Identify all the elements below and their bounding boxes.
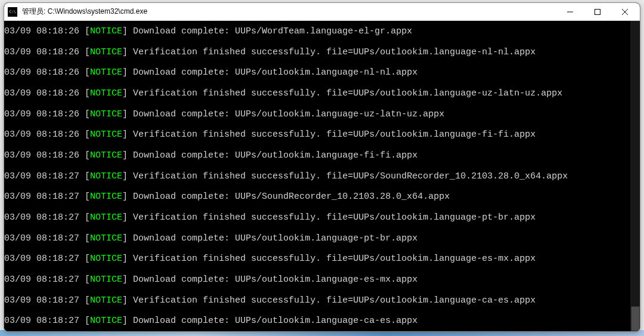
log-line: 03/09 08:18:27 [NOTICE] Verification fin… xyxy=(4,166,640,187)
cmd-window: C:\ 管理员: C:\Windows\system32\cmd.exe 03/… xyxy=(4,2,640,332)
log-timestamp: 03/09 08:18:27 xyxy=(4,275,79,284)
log-line: 03/09 08:18:26 [NOTICE] Download complet… xyxy=(4,21,640,42)
log-line: 03/09 08:18:26 [NOTICE] Download complet… xyxy=(4,62,640,83)
log-timestamp: 03/09 08:18:27 xyxy=(4,316,79,325)
bracket-open: [ xyxy=(79,275,90,284)
log-timestamp: 03/09 08:18:27 xyxy=(4,213,79,222)
log-level: NOTICE xyxy=(90,213,122,222)
svg-rect-1 xyxy=(595,9,600,14)
log-message: Download complete: UUPs/outlookim.langua… xyxy=(133,275,417,284)
scrollbar-thumb[interactable] xyxy=(631,306,640,331)
log-level: NOTICE xyxy=(90,234,122,243)
cmd-icon: C:\ xyxy=(8,7,17,17)
log-timestamp: 03/09 08:18:27 xyxy=(4,192,79,201)
maximize-button[interactable] xyxy=(584,3,611,20)
log-message: Download complete: UUPs/outlookim.langua… xyxy=(133,151,417,160)
log-message: Download complete: UUPs/outlookim.langua… xyxy=(133,316,417,325)
bracket-close: ] xyxy=(122,172,133,181)
log-line: 03/09 08:18:26 [NOTICE] Download complet… xyxy=(4,104,640,125)
bracket-close: ] xyxy=(122,27,133,36)
log-timestamp: 03/09 08:18:27 xyxy=(4,296,79,305)
minimize-icon xyxy=(567,9,573,15)
bracket-open: [ xyxy=(79,110,90,119)
log-line: 03/09 08:18:26 [NOTICE] Verification fin… xyxy=(4,42,640,63)
log-line: 03/09 08:18:27 [NOTICE] Verification fin… xyxy=(4,207,640,228)
log-message: Verification finished successfully. file… xyxy=(133,296,535,305)
log-timestamp: 03/09 08:18:27 xyxy=(4,254,79,263)
bracket-open: [ xyxy=(79,213,90,222)
bracket-open: [ xyxy=(79,254,90,263)
bracket-open: [ xyxy=(79,68,90,77)
bracket-close: ] xyxy=(122,89,133,98)
log-message: Verification finished successfully. file… xyxy=(133,254,535,263)
log-message: Verification finished successfully. file… xyxy=(133,48,535,57)
log-message: Verification finished successfully. file… xyxy=(133,130,535,139)
log-message: Download complete: UUPs/WordTeam.languag… xyxy=(133,27,412,36)
bracket-close: ] xyxy=(122,213,133,222)
log-level: NOTICE xyxy=(90,275,122,284)
log-level: NOTICE xyxy=(90,89,122,98)
log-level: NOTICE xyxy=(90,192,122,201)
bracket-close: ] xyxy=(122,130,133,139)
window-controls xyxy=(556,3,639,20)
log-level: NOTICE xyxy=(90,316,122,325)
log-line: 03/09 08:18:27 [NOTICE] Verification fin… xyxy=(4,249,640,270)
window-title: 管理员: C:\Windows\system32\cmd.exe xyxy=(22,7,556,17)
title-bar[interactable]: C:\ 管理员: C:\Windows\system32\cmd.exe xyxy=(4,3,640,21)
bracket-close: ] xyxy=(122,48,133,57)
log-line: 03/09 08:18:26 [NOTICE] Verification fin… xyxy=(4,124,640,145)
log-level: NOTICE xyxy=(90,254,122,263)
log-message: Verification finished successfully. file… xyxy=(133,172,568,181)
close-icon xyxy=(622,9,628,15)
log-level: NOTICE xyxy=(90,27,122,36)
log-level: NOTICE xyxy=(90,172,122,181)
log-timestamp: 03/09 08:18:26 xyxy=(4,89,79,98)
log-level: NOTICE xyxy=(90,130,122,139)
log-message: Download complete: UUPs/outlookim.langua… xyxy=(133,68,417,77)
log-timestamp: 03/09 08:18:27 xyxy=(4,172,79,181)
minimize-button[interactable] xyxy=(556,3,584,20)
log-lines: 03/09 08:18:26 [NOTICE] Download complet… xyxy=(4,21,640,331)
log-timestamp: 03/09 08:18:27 xyxy=(4,234,79,243)
log-message: Verification finished successfully. file… xyxy=(133,213,535,222)
log-level: NOTICE xyxy=(90,296,122,305)
close-button[interactable] xyxy=(611,3,639,20)
log-line: 03/09 08:18:26 [NOTICE] Verification fin… xyxy=(4,83,640,104)
bracket-close: ] xyxy=(122,192,133,201)
bracket-open: [ xyxy=(79,151,90,160)
log-timestamp: 03/09 08:18:26 xyxy=(4,130,79,139)
log-line: 03/09 08:18:27 [NOTICE] Verification fin… xyxy=(4,290,640,311)
log-timestamp: 03/09 08:18:26 xyxy=(4,151,79,160)
log-message: Download complete: UUPs/SoundRecorder_10… xyxy=(133,192,450,201)
log-line: 03/09 08:18:27 [NOTICE] Download complet… xyxy=(4,311,640,331)
bracket-close: ] xyxy=(122,275,133,284)
bracket-close: ] xyxy=(122,68,133,77)
bracket-open: [ xyxy=(79,192,90,201)
bracket-close: ] xyxy=(122,151,133,160)
bracket-open: [ xyxy=(79,234,90,243)
log-level: NOTICE xyxy=(90,151,122,160)
bracket-open: [ xyxy=(79,27,90,36)
bracket-close: ] xyxy=(122,254,133,263)
bracket-open: [ xyxy=(79,316,90,325)
bracket-close: ] xyxy=(122,296,133,305)
bracket-open: [ xyxy=(79,89,90,98)
bracket-close: ] xyxy=(122,316,133,325)
log-message: Verification finished successfully. file… xyxy=(133,89,562,98)
vertical-scrollbar[interactable] xyxy=(630,21,640,331)
bracket-close: ] xyxy=(122,234,133,243)
log-timestamp: 03/09 08:18:26 xyxy=(4,110,79,119)
log-level: NOTICE xyxy=(90,48,122,57)
bracket-close: ] xyxy=(122,110,133,119)
log-line: 03/09 08:18:27 [NOTICE] Download complet… xyxy=(4,187,640,208)
log-message: Download complete: UUPs/outlookim.langua… xyxy=(133,110,444,119)
bracket-open: [ xyxy=(79,172,90,181)
bracket-open: [ xyxy=(79,296,90,305)
bracket-open: [ xyxy=(79,130,90,139)
maximize-icon xyxy=(595,9,600,15)
log-level: NOTICE xyxy=(90,110,122,119)
log-level: NOTICE xyxy=(90,68,122,77)
terminal-body[interactable]: 03/09 08:18:26 [NOTICE] Download complet… xyxy=(4,21,640,331)
log-line: 03/09 08:18:26 [NOTICE] Download complet… xyxy=(4,145,640,166)
log-line: 03/09 08:18:27 [NOTICE] Download complet… xyxy=(4,228,640,249)
